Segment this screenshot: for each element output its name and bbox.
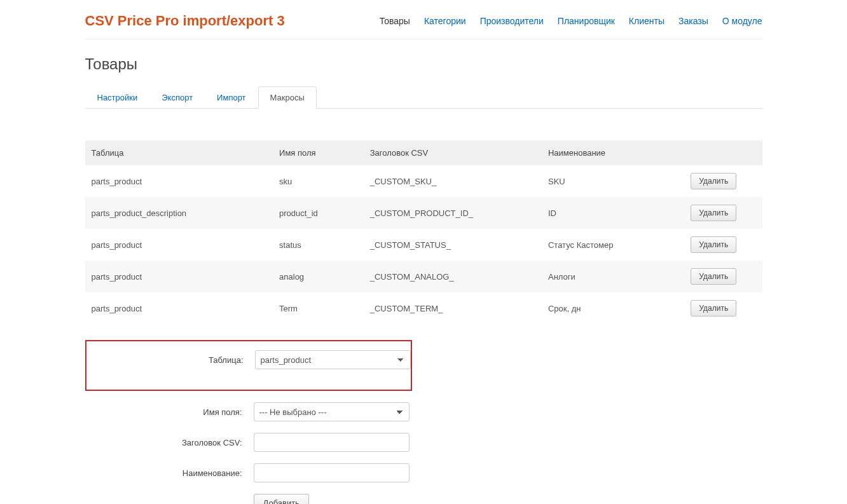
add-button[interactable]: Добавить	[254, 494, 309, 504]
cell-csv: _CUSTOM_STATUS_	[364, 229, 542, 261]
cell-name: ID	[542, 197, 691, 229]
macros-table: Таблица Имя поля Заголовок CSV Наименова…	[85, 140, 762, 324]
th-csv: Заголовок CSV	[364, 140, 542, 165]
tab-import[interactable]: Импорт	[205, 86, 258, 109]
th-field: Имя поля	[273, 140, 364, 165]
th-actions	[691, 140, 762, 165]
delete-button[interactable]: Удалить	[691, 236, 736, 253]
nav-products[interactable]: Товары	[380, 16, 410, 26]
cell-field: sku	[273, 165, 364, 197]
cell-field: status	[273, 229, 364, 261]
cell-table: parts_product	[85, 261, 273, 292]
table-row: parts_productstatus_CUSTOM_STATUS_Статус…	[85, 229, 762, 261]
delete-button[interactable]: Удалить	[691, 205, 736, 221]
add-form: Таблица: parts_product Имя поля: --- Не …	[85, 340, 762, 504]
cell-name: Срок, дн	[542, 292, 691, 324]
delete-button[interactable]: Удалить	[691, 173, 736, 189]
cell-csv: _CUSTOM_SKU_	[364, 165, 542, 197]
input-name[interactable]	[254, 463, 410, 482]
cell-field: product_id	[273, 197, 364, 229]
cell-csv: _CUSTOM_ANALOG_	[364, 261, 542, 292]
label-table: Таблица:	[86, 355, 255, 365]
delete-button[interactable]: Удалить	[691, 300, 736, 317]
select-table[interactable]: parts_product	[255, 350, 411, 369]
cell-csv: _CUSTOM_PRODUCT_ID_	[364, 197, 542, 229]
cell-csv: _CUSTOM_TERM_	[364, 292, 542, 324]
tab-macros[interactable]: Макросы	[258, 86, 317, 109]
nav-manufacturers[interactable]: Производители	[480, 16, 544, 26]
th-name: Наименование	[542, 140, 691, 165]
cell-name: Анлоги	[542, 261, 691, 292]
cell-name: Статус Кастомер	[542, 229, 691, 261]
delete-button[interactable]: Удалить	[691, 268, 736, 285]
tab-export[interactable]: Экспорт	[149, 86, 205, 109]
tabs: Настройки Экспорт Импорт Макросы	[85, 86, 762, 109]
nav-orders[interactable]: Заказы	[678, 16, 708, 26]
cell-table: parts_product	[85, 292, 273, 324]
table-row: parts_productsku_CUSTOM_SKU_SKUУдалить	[85, 165, 762, 197]
th-table: Таблица	[85, 140, 273, 165]
label-field: Имя поля:	[85, 407, 254, 417]
tab-settings[interactable]: Настройки	[85, 86, 150, 109]
table-row: parts_productanalog_CUSTOM_ANALOG_Анлоги…	[85, 261, 762, 292]
nav-scheduler[interactable]: Планировщик	[558, 16, 615, 26]
nav-clients[interactable]: Клиенты	[629, 16, 665, 26]
page-title: Товары	[85, 55, 762, 73]
cell-table: parts_product	[85, 229, 273, 261]
label-csv: Заголовок CSV:	[85, 438, 254, 447]
cell-table: parts_product_description	[85, 197, 273, 229]
table-row: parts_productTerm_CUSTOM_TERM_Срок, днУд…	[85, 292, 762, 324]
select-field[interactable]: --- Не выбрано ---	[254, 402, 410, 421]
app-title: CSV Price Pro import/export 3	[85, 13, 285, 29]
label-name: Наименование:	[85, 468, 254, 478]
table-row: parts_product_descriptionproduct_id_CUST…	[85, 197, 762, 229]
header: CSV Price Pro import/export 3 Товары Кат…	[85, 13, 762, 39]
nav-categories[interactable]: Категории	[424, 16, 466, 26]
input-csv[interactable]	[254, 433, 410, 452]
highlight-box: Таблица: parts_product	[85, 340, 412, 391]
cell-table: parts_product	[85, 165, 273, 197]
top-nav: Товары Категории Производители Планировщ…	[380, 16, 762, 26]
cell-field: analog	[273, 261, 364, 292]
cell-field: Term	[273, 292, 364, 324]
cell-name: SKU	[542, 165, 691, 197]
nav-about[interactable]: О модуле	[722, 16, 762, 26]
